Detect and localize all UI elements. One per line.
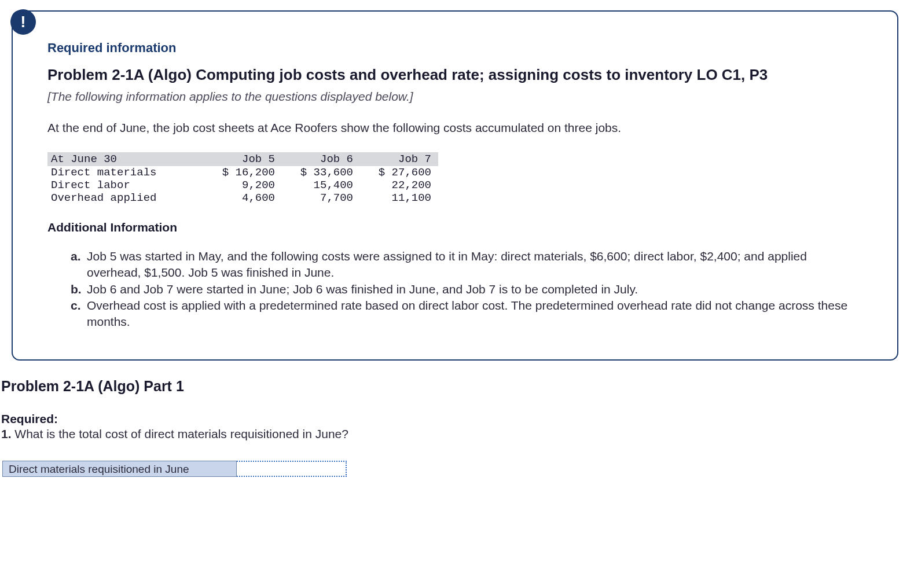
cell: 9,200 — [204, 179, 282, 192]
header-job6: Job 6 — [282, 152, 360, 166]
problem-title: Problem 2-1A (Algo) Computing job costs … — [47, 66, 862, 84]
additional-information-list: a. Job 5 was started in May, and the fol… — [47, 248, 862, 330]
item-marker: b. — [71, 281, 82, 297]
question-text: What is the total cost of direct materia… — [12, 427, 348, 440]
table-row: Overhead applied 4,600 7,700 11,100 — [47, 192, 438, 204]
header-job7: Job 7 — [360, 152, 438, 166]
item-marker: a. — [71, 248, 81, 264]
required-information-box: ! Required information Problem 2-1A (Alg… — [12, 10, 898, 361]
header-job5: Job 5 — [204, 152, 282, 166]
job-cost-table: At June 30 Job 5 Job 6 Job 7 Direct mate… — [47, 152, 438, 204]
applies-note: [The following information applies to th… — [47, 90, 862, 104]
cell: 11,100 — [360, 192, 438, 204]
page-root: ! Required information Problem 2-1A (Alg… — [0, 10, 903, 477]
cell: 4,600 — [204, 192, 282, 204]
cell: $ 16,200 — [204, 166, 282, 179]
item-text: Job 5 was started in May, and the follow… — [87, 249, 807, 279]
row-label: Direct materials — [47, 166, 204, 179]
list-item: a. Job 5 was started in May, and the fol… — [71, 248, 862, 281]
row-label: Overhead applied — [47, 192, 204, 204]
table-row: Direct materials $ 16,200 $ 33,600 $ 27,… — [47, 166, 438, 179]
answer-label: Direct materials requisitioned in June — [2, 461, 237, 477]
required-information-heading: Required information — [47, 41, 862, 56]
list-item: b. Job 6 and Job 7 were started in June;… — [71, 281, 862, 297]
answer-input[interactable] — [237, 461, 347, 477]
item-marker: c. — [71, 297, 81, 314]
part-1-section: Problem 2-1A (Algo) Part 1 Required: 1. … — [0, 378, 898, 477]
lead-paragraph: At the end of June, the job cost sheets … — [47, 121, 862, 135]
row-label: Direct labor — [47, 179, 204, 192]
cell: 22,200 — [360, 179, 438, 192]
item-text: Job 6 and Job 7 were started in June; Jo… — [87, 282, 638, 296]
cell: $ 27,600 — [360, 166, 438, 179]
question-number: 1. — [1, 427, 12, 440]
additional-information-heading: Additional Information — [47, 220, 862, 234]
alert-icon: ! — [10, 9, 36, 35]
table-header-row: At June 30 Job 5 Job 6 Job 7 — [47, 152, 438, 166]
cell: 15,400 — [282, 179, 360, 192]
cell: $ 33,600 — [282, 166, 360, 179]
part-title: Problem 2-1A (Algo) Part 1 — [1, 378, 898, 395]
list-item: c. Overhead cost is applied with a prede… — [71, 297, 862, 330]
table-row: Direct labor 9,200 15,400 22,200 — [47, 179, 438, 192]
question-line: 1. What is the total cost of direct mate… — [1, 427, 898, 441]
item-text: Overhead cost is applied with a predeter… — [87, 299, 847, 328]
answer-row: Direct materials requisitioned in June — [2, 461, 898, 477]
header-label: At June 30 — [47, 152, 204, 166]
required-label: Required: — [1, 412, 898, 426]
cell: 7,700 — [282, 192, 360, 204]
